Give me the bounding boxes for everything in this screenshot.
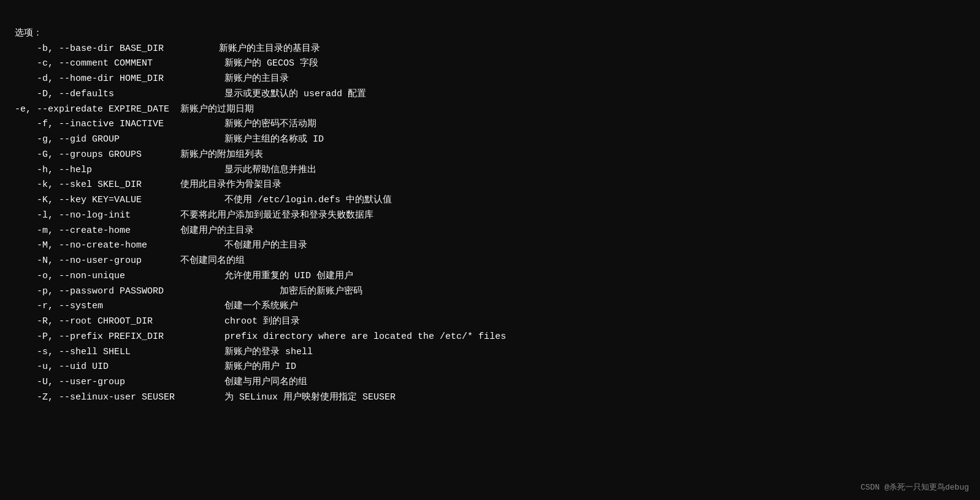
terminal-line: -s, --shell SHELL 新账户的登录 shell [15,345,965,360]
terminal-line: -R, --root CHROOT_DIR chroot 到的目录 [15,314,965,330]
terminal-line: -M, --no-create-home 不创建用户的主目录 [15,238,965,254]
terminal-line: -D, --defaults 显示或更改默认的 useradd 配置 [15,87,965,102]
terminal-line: -r, --system 创建一个系统账户 [15,299,965,314]
terminal-line: -k, --skel SKEL_DIR 使用此目录作为骨架目录 [15,178,965,193]
terminal-line: 选项： [15,26,965,42]
terminal-line: -h, --help 显示此帮助信息并推出 [15,163,965,178]
terminal-line: -e, --expiredate EXPIRE_DATE 新账户的过期日期 [15,102,965,118]
terminal-line: -U, --user-group 创建与用户同名的组 [15,375,965,390]
terminal-output: 选项： -b, --base-dir BASE_DIR 新账户的主目录的基目录 … [0,0,980,417]
terminal-line: -g, --gid GROUP 新账户主组的名称或 ID [15,132,965,148]
terminal-line: -f, --inactive INACTIVE 新账户的密码不活动期 [15,117,965,132]
terminal-line: -c, --comment COMMENT 新账户的 GECOS 字段 [15,56,965,72]
terminal-line: -d, --home-dir HOME_DIR 新账户的主目录 [15,72,965,87]
terminal-line: -m, --create-home 创建用户的主目录 [15,224,965,239]
terminal-line: -u, --uid UID 新账户的用户 ID [15,360,965,375]
terminal-line: -o, --non-unique 允许使用重复的 UID 创建用户 [15,269,965,284]
terminal-line: -Z, --selinux-user SEUSER 为 SELinux 用户映射… [15,390,965,406]
watermark: CSDN @杀死一只知更鸟debug [860,482,969,493]
terminal-line: -G, --groups GROUPS 新账户的附加组列表 [15,148,965,163]
terminal-line: -p, --password PASSWORD 加密后的新账户密码 [15,284,965,300]
terminal-line: -N, --no-user-group 不创建同名的组 [15,254,965,269]
terminal-line: -b, --base-dir BASE_DIR 新账户的主目录的基目录 [15,42,965,57]
terminal-line: -l, --no-log-init 不要将此用户添加到最近登录和登录失败数据库 [15,208,965,224]
terminal-line: -K, --key KEY=VALUE 不使用 /etc/login.defs … [15,193,965,208]
terminal-line: -P, --prefix PREFIX_DIR prefix directory… [15,330,965,345]
